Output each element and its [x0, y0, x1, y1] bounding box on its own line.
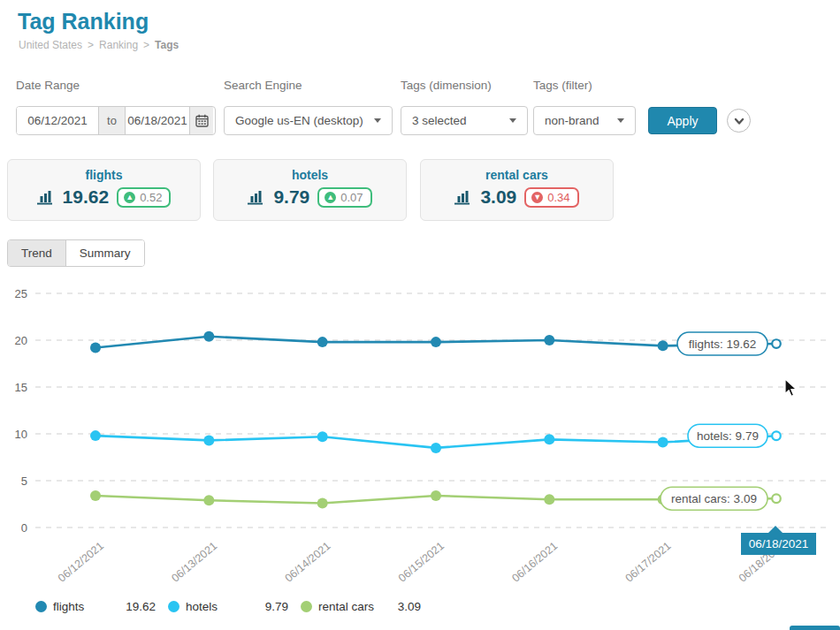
- y-axis-tick-label: 25: [15, 287, 27, 300]
- date-range-label: Date Range: [16, 79, 80, 92]
- delta-badge: ▲0.07: [317, 187, 371, 208]
- breadcrumb-ranking[interactable]: Ranking: [99, 39, 138, 51]
- arrow-up-icon: ▲: [325, 192, 336, 203]
- tab-summary[interactable]: Summary: [66, 240, 144, 266]
- tags-filter-select[interactable]: non-brand: [533, 106, 636, 135]
- data-point[interactable]: [90, 430, 101, 441]
- data-point[interactable]: [203, 435, 214, 445]
- tags-filter-label: Tags (filter): [533, 79, 592, 92]
- delta-value: 0.52: [140, 191, 162, 204]
- bar-chart-icon: [454, 189, 472, 205]
- card-title: hotels: [214, 168, 406, 182]
- tags-dimension-label: Tags (dimension): [401, 79, 492, 92]
- tags-dimension-value: 3 selected: [412, 114, 467, 127]
- data-point[interactable]: [90, 342, 101, 353]
- legend-item-flights[interactable]: flights 19.62: [35, 600, 156, 613]
- search-engine-label: Search Engine: [224, 79, 302, 92]
- breadcrumb-country[interactable]: United States: [19, 39, 82, 51]
- data-point[interactable]: [203, 331, 214, 342]
- card-value: 9.79: [273, 186, 309, 208]
- data-point[interactable]: [658, 340, 668, 351]
- breadcrumb-separator: >: [143, 39, 149, 51]
- y-axis-tick-label: 15: [15, 381, 27, 394]
- tags-filter-value: non-brand: [545, 114, 599, 127]
- search-engine-select[interactable]: Google us-EN (desktop): [224, 106, 393, 135]
- calendar-icon: [195, 114, 209, 127]
- series-end-label-text: flights: 19.62: [689, 338, 757, 351]
- page-title: Tag Ranking: [18, 9, 149, 34]
- y-axis-tick-label: 20: [15, 334, 27, 347]
- legend-name: rental cars: [318, 600, 374, 613]
- arrow-down-icon: ▼: [531, 192, 543, 203]
- legend-value: 3.09: [398, 600, 421, 613]
- data-point[interactable]: [317, 431, 328, 442]
- legend-dot-icon: [168, 601, 179, 612]
- data-point[interactable]: [544, 494, 554, 505]
- series-end-point[interactable]: [772, 494, 781, 503]
- card-value: 19.62: [63, 186, 110, 208]
- data-point[interactable]: [317, 337, 328, 347]
- x-axis-tick-label: 06/15/2021: [396, 540, 447, 585]
- series-end-label-text: rental cars: 3.09: [671, 492, 757, 505]
- delta-badge: ▼0.34: [524, 187, 578, 208]
- x-axis-tick-label: 06/12/2021: [56, 540, 106, 585]
- legend-item-hotels[interactable]: hotels 9.79: [168, 600, 288, 613]
- tab-trend[interactable]: Trend: [8, 240, 66, 266]
- x-axis-tick-label: 06/13/2021: [169, 540, 219, 585]
- y-axis-tick-label: 0: [21, 521, 27, 535]
- series-end-label-text: hotels: 9.79: [697, 429, 759, 443]
- data-point[interactable]: [658, 437, 668, 448]
- delta-badge: ▲0.52: [117, 187, 171, 208]
- legend-value: 19.62: [126, 600, 156, 613]
- expand-filters-button[interactable]: [727, 109, 751, 133]
- x-axis-tick-label: 06/14/2021: [283, 540, 333, 585]
- search-engine-value: Google us-EN (desktop): [235, 114, 363, 127]
- metric-card-hotels[interactable]: hotels 9.79 ▲0.07: [213, 159, 407, 221]
- card-title: flights: [8, 168, 200, 182]
- chevron-down-icon: [374, 118, 381, 123]
- data-point[interactable]: [90, 490, 101, 501]
- tag-ranking-page: Tag Ranking United States>Ranking>Tags D…: [0, 0, 840, 630]
- data-point[interactable]: [431, 490, 441, 501]
- breadcrumb: United States>Ranking>Tags: [19, 39, 179, 51]
- card-value: 3.09: [480, 186, 516, 208]
- legend-dot-icon: [301, 601, 312, 612]
- date-start-input[interactable]: [17, 107, 98, 134]
- data-point[interactable]: [431, 443, 441, 453]
- series-end-point[interactable]: [772, 431, 781, 440]
- metric-card-flights[interactable]: flights 19.62 ▲0.52: [7, 159, 201, 221]
- bar-chart-icon: [37, 189, 55, 205]
- breadcrumb-separator: >: [88, 39, 94, 51]
- data-point[interactable]: [317, 497, 328, 508]
- data-point[interactable]: [544, 335, 554, 345]
- date-range-to-label: to: [98, 107, 126, 134]
- x-axis-tick-label: 06/16/2021: [509, 540, 560, 585]
- date-end-input[interactable]: [126, 107, 189, 134]
- arrow-up-icon: ▲: [124, 192, 135, 203]
- chart-date-tooltip: 06/18/2021: [741, 533, 816, 555]
- tags-dimension-select[interactable]: 3 selected: [401, 106, 528, 135]
- card-title: rental cars: [421, 168, 613, 182]
- legend-item-rental-cars[interactable]: rental cars 3.09: [301, 600, 421, 613]
- bar-chart-icon: [248, 189, 265, 205]
- data-point[interactable]: [431, 337, 441, 347]
- x-axis-tick-label: 06/17/2021: [623, 540, 674, 585]
- date-range-group: to: [16, 106, 216, 135]
- legend-dot-icon: [35, 601, 47, 612]
- chart-legend: flights 19.62 hotels 9.79 rental cars 3.…: [35, 600, 433, 613]
- calendar-button[interactable]: [189, 107, 213, 134]
- legend-value: 9.79: [265, 600, 288, 613]
- trend-line-chart[interactable]: 051015202506/12/202106/13/202106/14/2021…: [0, 278, 840, 601]
- partially-visible-button[interactable]: [790, 626, 840, 630]
- metric-card-rental-cars[interactable]: rental cars 3.09 ▼0.34: [420, 159, 614, 221]
- delta-value: 0.07: [340, 191, 363, 204]
- legend-name: flights: [53, 600, 84, 613]
- series-end-point[interactable]: [772, 339, 781, 348]
- view-tabs: Trend Summary: [7, 239, 145, 267]
- chevron-down-icon: [509, 118, 516, 123]
- y-axis-tick-label: 10: [15, 428, 27, 441]
- data-point[interactable]: [203, 495, 214, 505]
- delta-value: 0.34: [547, 191, 569, 204]
- apply-button[interactable]: Apply: [648, 107, 717, 134]
- data-point[interactable]: [544, 434, 554, 444]
